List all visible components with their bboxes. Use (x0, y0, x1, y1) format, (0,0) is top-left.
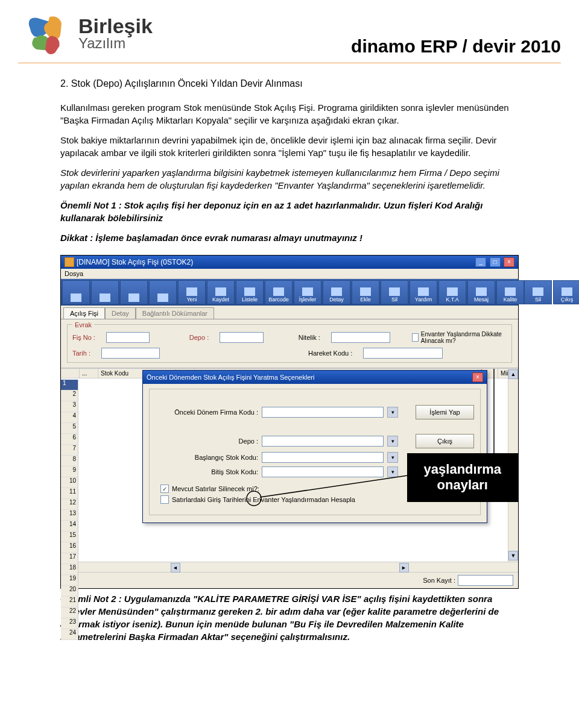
grid-row-number: 11 (61, 488, 78, 499)
tool-kta[interactable]: K.T.A (438, 280, 466, 304)
close-icon[interactable]: × (504, 257, 514, 267)
form-panel: Evrak Fiş No : Depo : Nitelik : Envanter… (61, 319, 518, 368)
lbl-fisno: Fiş No : (72, 334, 95, 341)
scroll-down-icon[interactable]: ▼ (508, 551, 518, 560)
toolbar: Yeni Kaydet Listele Barcode İşlevler Det… (61, 279, 518, 306)
input-bit-stok[interactable] (262, 466, 384, 477)
note-1: Önemli Not 1 : Stok açılış fişi her depo… (60, 199, 519, 224)
grid-row-numbers: 123456789101112131415161718192021222324 (61, 380, 78, 640)
btn-islemi-yap[interactable]: İşlemi Yap (416, 405, 474, 419)
tool-cikis-right[interactable]: Çıkış (553, 280, 579, 304)
scroll-left-icon[interactable]: ◄ (171, 563, 180, 573)
grid-row-number: 13 (61, 510, 78, 521)
callout-line1: yaşlandırma (424, 462, 501, 477)
input-fisno[interactable] (106, 332, 150, 343)
btn-cikis[interactable]: Çıkış (416, 434, 474, 448)
tab-acilis-fisi[interactable]: Açılış Fişi (63, 307, 105, 319)
minimize-icon[interactable]: _ (475, 257, 486, 267)
tool-detay[interactable]: Detay (323, 280, 350, 304)
grid-row-number: 5 (61, 423, 78, 434)
tool-barcode[interactable]: Barcode (265, 280, 293, 304)
paragraph-1: Kullanılması gereken program Stok menüsü… (60, 101, 519, 127)
lbl-bit-stok: Bitiş Stok Kodu: (156, 468, 258, 475)
company-name-1: Birleşik (78, 16, 153, 36)
dropdown-icon[interactable]: ▾ (387, 407, 398, 418)
tool-kalite[interactable]: Kalite (496, 280, 524, 304)
lbl-tarih: Tarih : (72, 350, 90, 357)
envanter-checkbox-group[interactable]: Envanter Yaşlandırma Dikkate Alınacak mı… (412, 331, 507, 344)
fieldset-legend: Evrak (72, 321, 94, 328)
tool-yardim[interactable]: Yardım (410, 280, 437, 304)
tab-detay[interactable]: Detay (105, 307, 136, 319)
lbl-envanter: Envanter Yaşlandırma Dikkate Alınacak mı… (421, 331, 507, 344)
dropdown-icon[interactable]: ▾ (387, 466, 398, 477)
tool-sil[interactable]: Sil (381, 280, 408, 304)
input-sonkayit[interactable] (458, 575, 513, 586)
lbl-sonkayit: Son Kayıt : (423, 577, 455, 584)
grid-row-number: 7 (61, 445, 78, 456)
scrollbar-horizontal[interactable]: ◄ ► (61, 562, 518, 572)
lbl-depo: Depo : (189, 334, 209, 341)
grid-row-number: 2 (61, 391, 78, 401)
tool-step-last[interactable] (149, 280, 177, 304)
tool-step-first[interactable] (62, 280, 90, 304)
checkbox-checked-icon[interactable]: ✓ (160, 485, 169, 493)
tool-islevler[interactable]: İşlevler (294, 280, 321, 304)
tab-baglantili[interactable]: Bağlantılı Dökümanlar (136, 307, 214, 319)
grid-row-number: 14 (61, 521, 78, 532)
grid-row-number: 1 (61, 380, 78, 391)
checkbox-icon[interactable] (160, 495, 169, 504)
app-titlebar: [DINAMO] Stok Açılış Fişi (0STOK2) _ □ × (61, 256, 518, 269)
page-header: Birleşik Yazılım dinamo ERP / devir 2010 (18, 6, 561, 63)
toolbar-left: Yeni Kaydet Listele Barcode İşlevler Det… (62, 280, 524, 304)
grid-row-number: 15 (61, 532, 78, 542)
grid-row-number: 22 (61, 607, 78, 618)
tool-sil-right[interactable]: Sil (524, 280, 552, 304)
dropdown-icon[interactable]: ▾ (387, 436, 398, 447)
grid-row-number: 20 (61, 586, 78, 597)
menubar[interactable]: Dosya (61, 269, 518, 279)
lbl-bas-stok: Başlangıç Stok Kodu: (156, 454, 258, 461)
tool-step-prev[interactable] (91, 280, 119, 304)
dialog-close-icon[interactable]: × (472, 372, 483, 382)
input-bas-stok[interactable] (262, 452, 384, 463)
grid-row-number: 3 (61, 401, 78, 412)
company-name-2: Yazılım (78, 36, 153, 51)
dikkat-note: Dikkat : İşleme başlamadan önce evrak nu… (60, 231, 519, 244)
lbl-firma-kodu: Önceki Dönem Firma Kodu : (156, 409, 258, 416)
grid-area: ... Stok Kodu İş Mii 1234567891011121314… (61, 368, 518, 562)
callout-line2: onayları (424, 477, 501, 493)
paragraph-2: Stok bakiye miktarlarının devrini yapabi… (60, 134, 519, 159)
envanter-checkbox[interactable] (412, 333, 419, 342)
tool-listele[interactable]: Listele (236, 280, 264, 304)
input-depo[interactable] (220, 332, 263, 343)
grid-row-number: 19 (61, 575, 78, 586)
grid-row-number: 6 (61, 434, 78, 445)
scroll-right-icon[interactable]: ► (399, 563, 409, 573)
input-tarih[interactable] (101, 348, 160, 359)
grid-row-number: 4 (61, 412, 78, 423)
input-hareket[interactable] (363, 348, 443, 359)
lbl-dlg-depo: Depo : (156, 438, 258, 445)
tool-ekle[interactable]: Ekle (352, 280, 379, 304)
input-nitelik[interactable] (331, 332, 390, 343)
tool-step-next[interactable] (120, 280, 148, 304)
doc-title: dinamo ERP / devir 2010 (351, 36, 561, 60)
input-dlg-depo[interactable] (262, 436, 384, 447)
callout-box: yaşlandırma onayları (407, 453, 518, 502)
grid-row-number: 8 (61, 456, 78, 466)
grid-row-number: 16 (61, 542, 78, 553)
maximize-icon[interactable]: □ (490, 257, 501, 267)
input-firma-kodu[interactable] (262, 407, 384, 418)
paragraph-3: Stok devirlerini yaparken yaşlandırma bi… (60, 166, 519, 192)
app-footer: Son Kayıt : (61, 572, 518, 588)
tool-kaydet[interactable]: Kaydet (207, 280, 235, 304)
tool-yeni[interactable]: Yeni (178, 280, 206, 304)
scroll-up-icon[interactable]: ▲ (508, 369, 518, 379)
logo: Birleşik Yazılım (18, 6, 153, 60)
app-screenshot: [DINAMO] Stok Açılış Fişi (0STOK2) _ □ ×… (60, 255, 519, 589)
tool-mesaj[interactable]: Mesaj (467, 280, 495, 304)
dialog-title-text: Önceki Dönemden Stok Açılış Fişini Yarat… (147, 374, 314, 381)
dropdown-icon[interactable]: ▾ (387, 452, 398, 463)
grid-dots-col: ... (80, 369, 98, 378)
